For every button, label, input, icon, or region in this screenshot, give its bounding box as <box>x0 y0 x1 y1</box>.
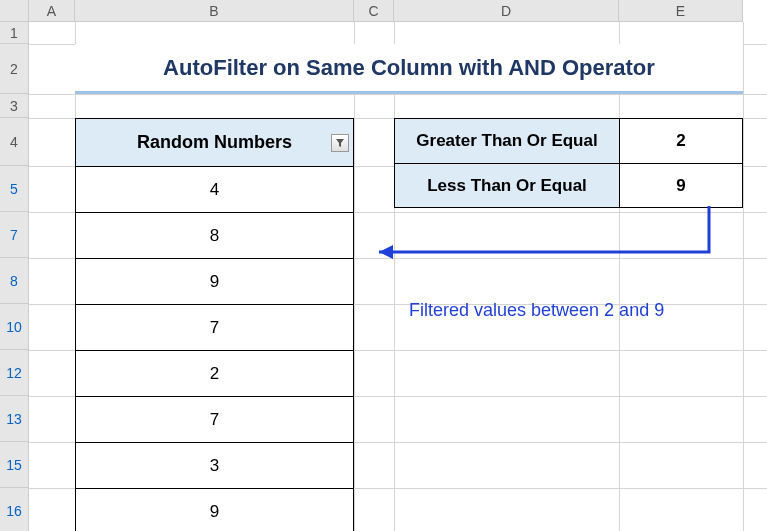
random-numbers-header-text: Random Numbers <box>137 132 292 153</box>
row-header-5[interactable]: 5 <box>0 166 29 212</box>
column-headers: A B C D E <box>29 0 743 22</box>
annotation-text: Filtered values between 2 and 9 <box>409 300 664 321</box>
criteria-table: Greater Than Or Equal 2 Less Than Or Equ… <box>394 118 743 208</box>
row-header-16[interactable]: 16 <box>0 488 29 531</box>
random-numbers-header: Random Numbers <box>76 119 353 167</box>
col-header-D[interactable]: D <box>394 0 619 22</box>
table-row[interactable]: 8 <box>76 213 353 259</box>
col-header-A[interactable]: A <box>29 0 75 22</box>
criteria-row-gte: Greater Than Or Equal 2 <box>395 119 742 163</box>
table-row[interactable]: 2 <box>76 351 353 397</box>
page-title: AutoFilter on Same Column with AND Opera… <box>75 44 743 94</box>
row-header-10[interactable]: 10 <box>0 304 29 350</box>
table-row[interactable]: 3 <box>76 443 353 489</box>
autofilter-button[interactable] <box>331 134 349 152</box>
col-header-B[interactable]: B <box>75 0 354 22</box>
row-header-15[interactable]: 15 <box>0 442 29 488</box>
row-header-8[interactable]: 8 <box>0 258 29 304</box>
row-header-3[interactable]: 3 <box>0 94 29 118</box>
criteria-value[interactable]: 9 <box>620 163 742 207</box>
criteria-label: Less Than Or Equal <box>395 163 620 207</box>
table-row[interactable]: 7 <box>76 305 353 351</box>
table-row[interactable]: 4 <box>76 167 353 213</box>
criteria-value[interactable]: 2 <box>620 119 742 163</box>
filter-icon <box>335 138 345 148</box>
random-numbers-table: Random Numbers 4 8 9 7 2 7 3 9 <box>75 118 354 531</box>
row-header-2[interactable]: 2 <box>0 44 29 94</box>
row-header-12[interactable]: 12 <box>0 350 29 396</box>
select-all-corner[interactable] <box>0 0 29 22</box>
row-header-4[interactable]: 4 <box>0 118 29 166</box>
row-header-13[interactable]: 13 <box>0 396 29 442</box>
row-header-7[interactable]: 7 <box>0 212 29 258</box>
row-headers: 1 2 3 4 5 7 8 10 12 13 15 16 <box>0 22 29 531</box>
row-header-1[interactable]: 1 <box>0 22 29 44</box>
criteria-label: Greater Than Or Equal <box>395 119 620 163</box>
col-header-C[interactable]: C <box>354 0 394 22</box>
table-row[interactable]: 9 <box>76 489 353 531</box>
table-row[interactable]: 7 <box>76 397 353 443</box>
col-header-E[interactable]: E <box>619 0 743 22</box>
criteria-row-lte: Less Than Or Equal 9 <box>395 163 742 207</box>
table-row[interactable]: 9 <box>76 259 353 305</box>
